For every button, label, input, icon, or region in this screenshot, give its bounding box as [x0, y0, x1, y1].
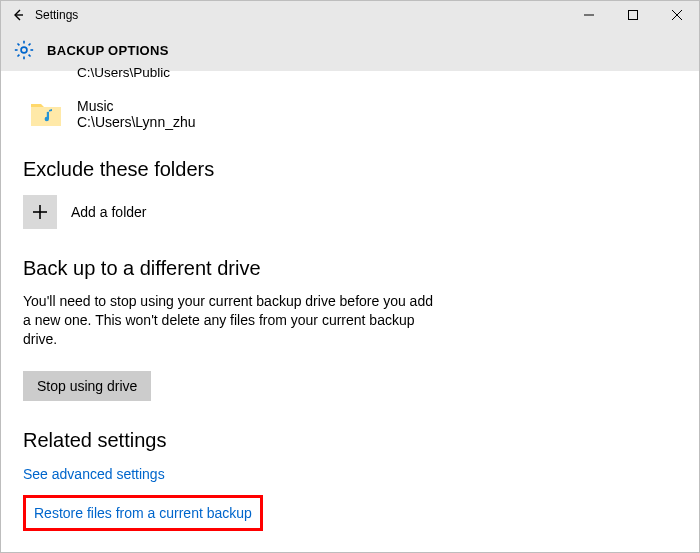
- restore-link-highlight: Restore files from a current backup: [23, 495, 263, 531]
- close-icon: [672, 10, 682, 20]
- minimize-button[interactable]: [567, 1, 611, 29]
- section-exclude-title: Exclude these folders: [23, 158, 677, 181]
- restore-files-link[interactable]: Restore files from a current backup: [34, 505, 252, 521]
- svg-line-11: [29, 55, 31, 57]
- partial-folder-path: C:\Users\Public: [77, 65, 677, 80]
- music-folder-icon: [29, 99, 63, 129]
- backup-drive-description: You'll need to stop using your current b…: [23, 292, 443, 349]
- minimize-icon: [584, 10, 594, 20]
- svg-line-13: [29, 43, 31, 45]
- content-area: C:\Users\Public Music C:\Users\Lynn_zhu …: [1, 65, 699, 541]
- add-folder-button[interactable]: Add a folder: [23, 195, 677, 229]
- svg-line-10: [17, 43, 19, 45]
- window-title: Settings: [35, 8, 78, 22]
- section-related-title: Related settings: [23, 429, 677, 452]
- see-advanced-settings-link[interactable]: See advanced settings: [23, 466, 165, 482]
- add-folder-label: Add a folder: [71, 204, 147, 220]
- plus-icon: [31, 203, 49, 221]
- stop-using-drive-button[interactable]: Stop using drive: [23, 371, 151, 401]
- titlebar: Settings: [1, 1, 699, 29]
- folder-item-music[interactable]: Music C:\Users\Lynn_zhu: [29, 98, 677, 130]
- maximize-icon: [628, 10, 638, 20]
- maximize-button[interactable]: [611, 1, 655, 29]
- folder-name: Music: [77, 98, 196, 114]
- back-arrow-icon: [11, 8, 25, 22]
- back-button[interactable]: [1, 1, 35, 29]
- header-label: BACKUP OPTIONS: [47, 43, 169, 58]
- folder-path: C:\Users\Lynn_zhu: [77, 114, 196, 130]
- svg-point-5: [21, 47, 27, 53]
- svg-line-12: [17, 55, 19, 57]
- close-button[interactable]: [655, 1, 699, 29]
- settings-gear-icon: [13, 39, 35, 61]
- section-backup-drive-title: Back up to a different drive: [23, 257, 677, 280]
- svg-rect-2: [629, 11, 638, 20]
- plus-icon-button[interactable]: [23, 195, 57, 229]
